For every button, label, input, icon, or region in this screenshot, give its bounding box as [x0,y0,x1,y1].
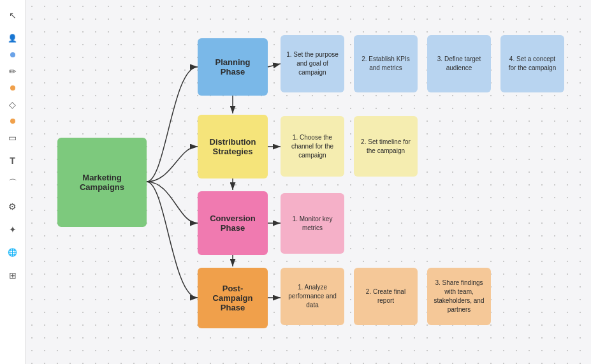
distribution-phase-box[interactable]: Distribution Strategies [198,115,268,178]
conversion-phase-box[interactable]: Conversion Phase [198,191,268,255]
shape-icon[interactable]: ◇ [4,96,22,113]
postcampaign-sub-1[interactable]: 1. Analyze performance and data [281,268,344,325]
image-icon[interactable]: ⊞ [4,266,22,284]
distribution-sub-2[interactable]: 2. Set timeline for the campaign [354,116,418,177]
center-node[interactable]: Marketing Campaigns [57,138,147,227]
distribution-sub-1[interactable]: 1. Choose the channel for the campaign [281,116,344,177]
postcampaign-phase-box[interactable]: Post-Campaign Phase [198,268,268,328]
planning-sub-1-label: 1. Set the purpose and goal of campaign [286,50,339,77]
settings-icon[interactable]: ⚙ [4,198,22,215]
connector-icon[interactable]: ⌒ [4,175,22,193]
postcampaign-label: Post-Campaign Phase [204,284,261,312]
canvas: Marketing Campaigns Planning Phase Distr… [26,0,591,364]
pencil-icon[interactable]: ✏ [4,62,22,80]
magic-icon[interactable]: ✦ [4,221,22,238]
dot-orange2 [10,119,15,124]
postcampaign-sub-2[interactable]: 2. Create final report [354,268,418,325]
note-icon[interactable]: ▭ [4,129,22,147]
planning-sub-3-label: 3. Define target audience [432,55,486,73]
postcampaign-sub-3[interactable]: 3. Share findings with team, stakeholder… [427,268,491,325]
conversion-sub-1[interactable]: 1. Monitor key metrics [281,193,344,254]
postcampaign-sub-3-label: 3. Share findings with team, stakeholder… [432,279,486,314]
users-icon[interactable]: 👤 [4,29,22,47]
planning-sub-4[interactable]: 4. Set a concept for the campaign [500,35,564,92]
planning-sub-2-label: 2. Establish KPIs and metrics [359,55,412,73]
center-label: Marketing Campaigns [64,173,140,192]
planning-sub-3[interactable]: 3. Define target audience [427,35,491,92]
globe-icon[interactable]: 🌐 [4,244,22,261]
dot-orange [10,85,15,91]
planning-sub-1[interactable]: 1. Set the purpose and goal of campaign [281,35,344,92]
distribution-sub-2-label: 2. Set timeline for the campaign [359,138,412,156]
postcampaign-sub-2-label: 2. Create final report [359,288,412,305]
postcampaign-sub-1-label: 1. Analyze performance and data [286,283,339,310]
sidebar: ↖ 👤 ✏ ◇ ▭ T ⌒ ⚙ ✦ 🌐 ⊞ [0,0,26,364]
conversion-sub-1-label: 1. Monitor key metrics [286,215,339,233]
planning-sub-4-label: 4. Set a concept for the campaign [506,55,559,73]
planning-label: Planning Phase [204,57,261,76]
text-icon[interactable]: T [4,152,22,170]
dot-blue [10,52,15,57]
planning-phase-box[interactable]: Planning Phase [198,38,268,96]
planning-sub-2[interactable]: 2. Establish KPIs and metrics [354,35,418,92]
conversion-label: Conversion Phase [204,214,261,233]
distribution-sub-1-label: 1. Choose the channel for the campaign [286,133,339,160]
distribution-label: Distribution Strategies [204,137,261,156]
cursor-icon[interactable]: ↖ [4,6,22,24]
